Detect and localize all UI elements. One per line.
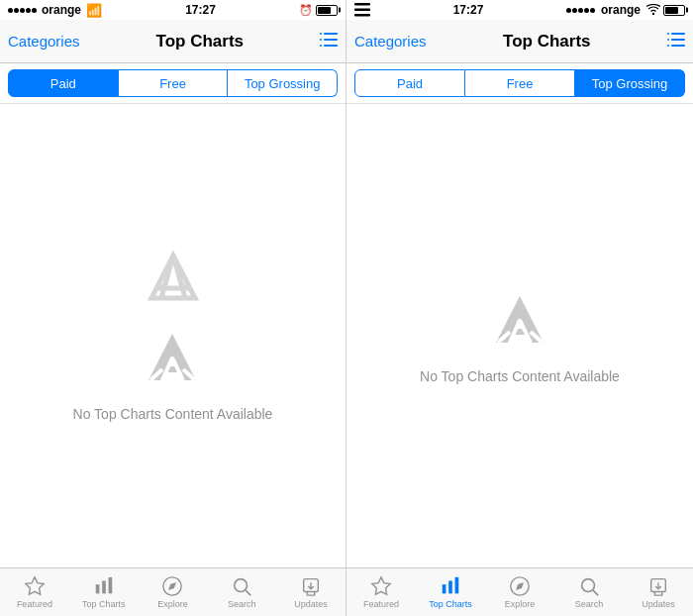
- tab-featured-right[interactable]: Featured: [346, 575, 416, 609]
- status-left-right: [354, 3, 370, 17]
- svg-rect-4: [320, 39, 322, 41]
- svg-line-23: [246, 590, 250, 595]
- wifi-icon-right: [646, 4, 660, 17]
- nav-bar-left: Categories Top Charts: [0, 20, 346, 63]
- svg-marker-41: [372, 577, 390, 594]
- svg-rect-18: [102, 581, 106, 594]
- seg-free-right[interactable]: Free: [465, 69, 575, 97]
- categories-button-right[interactable]: Categories: [354, 33, 427, 50]
- svg-line-48: [593, 590, 598, 595]
- svg-rect-3: [320, 33, 322, 35]
- status-right: ⏰: [299, 4, 338, 17]
- page-title-left: Top Charts: [156, 32, 244, 51]
- svg-point-47: [582, 579, 595, 592]
- svg-marker-46: [516, 582, 524, 590]
- signal-icon-right: [566, 8, 595, 13]
- empty-state-icon-right: [488, 288, 552, 353]
- svg-marker-16: [26, 577, 44, 594]
- svg-point-22: [235, 579, 248, 592]
- list-icon-left[interactable]: [320, 33, 338, 51]
- seg-paid-left[interactable]: Paid: [8, 69, 119, 97]
- page-title-right: Top Charts: [503, 32, 590, 51]
- list-status-icon-right: [354, 3, 370, 17]
- svg-rect-42: [443, 584, 446, 593]
- tab-updates-label-left: Updates: [294, 599, 328, 609]
- status-left: orange 📶: [8, 3, 102, 18]
- nav-bar-right: Categories Top Charts: [346, 20, 693, 63]
- tab-topchart-left[interactable]: Top Charts: [69, 575, 139, 609]
- segmented-control-right: Paid Free Top Grossing: [346, 63, 693, 104]
- tab-bar-right: Featured Top Charts Explore Search: [346, 567, 693, 616]
- svg-rect-2: [324, 45, 338, 47]
- svg-rect-32: [671, 45, 685, 47]
- svg-rect-30: [671, 33, 685, 35]
- tab-search-left[interactable]: Search: [207, 575, 276, 609]
- svg-rect-0: [324, 33, 338, 35]
- tab-search-label-right: Search: [575, 599, 604, 609]
- seg-topgrossing-right[interactable]: Top Grossing: [575, 69, 685, 97]
- phone-panel-right: 17:27 orange: [346, 0, 693, 616]
- tab-bar-left: Featured Top Charts Explore Search: [0, 567, 346, 616]
- tab-featured-left[interactable]: Featured: [0, 575, 69, 609]
- main-content-left: No Top Charts Content Available: [0, 104, 346, 567]
- seg-topgrossing-left[interactable]: Top Grossing: [228, 69, 338, 97]
- seg-free-left[interactable]: Free: [119, 69, 229, 97]
- tab-featured-label-left: Featured: [17, 599, 52, 609]
- svg-point-29: [652, 12, 654, 14]
- battery-icon: [316, 5, 338, 16]
- tab-explore-right[interactable]: Explore: [485, 575, 554, 609]
- alarm-icon: ⏰: [299, 4, 313, 17]
- empty-state-icon-left: [141, 326, 205, 390]
- svg-rect-34: [667, 39, 669, 41]
- carrier-label-right: orange: [601, 3, 641, 17]
- svg-rect-28: [354, 14, 370, 17]
- tab-search-label-left: Search: [228, 599, 256, 609]
- signal-icon: [8, 8, 37, 13]
- svg-rect-27: [354, 9, 370, 12]
- tab-updates-right[interactable]: Updates: [624, 575, 693, 609]
- svg-rect-31: [671, 39, 685, 41]
- svg-rect-43: [448, 581, 452, 594]
- time-display-right: 17:27: [453, 3, 484, 17]
- list-icon-right[interactable]: [667, 33, 685, 51]
- tab-updates-left[interactable]: Updates: [276, 575, 346, 609]
- status-bar-right: 17:27 orange: [346, 0, 693, 20]
- status-bar-left: orange 📶 17:27 ⏰: [0, 0, 346, 20]
- tab-updates-label-right: Updates: [642, 599, 675, 609]
- svg-rect-1: [324, 39, 338, 41]
- wifi-icon: 📶: [86, 3, 102, 18]
- seg-paid-right[interactable]: Paid: [354, 69, 465, 97]
- tab-search-right[interactable]: Search: [554, 575, 624, 609]
- phone-panel-left: orange 📶 17:27 ⏰ Categories Top Charts: [0, 0, 346, 616]
- svg-rect-44: [455, 577, 459, 594]
- empty-message-right: No Top Charts Content Available: [420, 368, 620, 384]
- tab-topchart-label-left: Top Charts: [82, 599, 126, 609]
- svg-rect-35: [667, 45, 669, 47]
- svg-rect-5: [320, 45, 322, 47]
- categories-button-left[interactable]: Categories: [8, 33, 80, 50]
- svg-marker-21: [169, 582, 177, 590]
- carrier-label: orange: [42, 3, 81, 17]
- tab-topchart-label-right: Top Charts: [429, 599, 472, 609]
- time-display: 17:27: [185, 3, 216, 17]
- segmented-control-left: Paid Free Top Grossing: [0, 63, 346, 104]
- tab-explore-label-right: Explore: [505, 599, 536, 609]
- battery-icon-right: [663, 5, 685, 16]
- svg-rect-19: [108, 577, 112, 594]
- appstore-logo-left: [144, 251, 203, 310]
- svg-rect-26: [354, 3, 370, 6]
- status-right-right: orange: [566, 3, 685, 17]
- svg-rect-17: [95, 584, 99, 593]
- main-content-right: No Top Charts Content Available: [346, 104, 693, 567]
- empty-message-left: No Top Charts Content Available: [73, 406, 273, 422]
- tab-explore-label-left: Explore: [157, 599, 188, 609]
- tab-featured-label-right: Featured: [363, 599, 399, 609]
- tab-topchart-right[interactable]: Top Charts: [416, 575, 485, 609]
- tab-explore-left[interactable]: Explore: [139, 575, 208, 609]
- svg-rect-33: [667, 33, 669, 35]
